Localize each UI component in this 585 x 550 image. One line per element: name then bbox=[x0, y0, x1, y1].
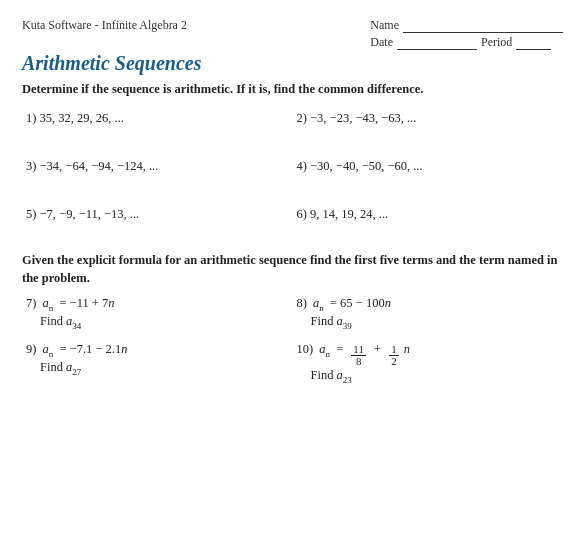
problem-10-n: n bbox=[404, 342, 410, 357]
problem-10-plus: + bbox=[371, 342, 384, 357]
problem-9-num: 9) bbox=[26, 342, 40, 357]
problem-6: 6) 9, 14, 19, 24, ... bbox=[293, 203, 564, 251]
problem-10-num: 10) bbox=[297, 342, 317, 357]
header: Kuta Software - Infinite Algebra 2 Name … bbox=[22, 18, 563, 50]
problem-10-formula: = bbox=[333, 342, 346, 357]
problem-3-text: −34, −64, −94, −124, ... bbox=[40, 159, 159, 173]
date-label: Date bbox=[370, 35, 393, 50]
problem-8: 8) an = 65 − 100n Find a39 bbox=[293, 294, 564, 340]
problem-10-find: Find a23 bbox=[311, 368, 556, 385]
problem-7-find: Find a34 bbox=[40, 314, 285, 331]
problem-1-num: 1) bbox=[26, 111, 40, 125]
problem-5-text: −7, −9, −11, −13, ... bbox=[40, 207, 140, 221]
formula-problems-section: 7) an = −11 + 7n Find a34 8) an = 65 − 1… bbox=[22, 294, 563, 395]
problem-10: 10) an = 11 8 + 1 2 n Find a23 bbox=[293, 340, 564, 395]
problem-6-num: 6) bbox=[297, 207, 311, 221]
problem-9: 9) an = −7.1 − 2.1n Find a27 bbox=[22, 340, 293, 395]
problem-5: 5) −7, −9, −11, −13, ... bbox=[22, 203, 293, 251]
problem-4-num: 4) bbox=[297, 159, 311, 173]
problem-4-text: −30, −40, −50, −60, ... bbox=[310, 159, 423, 173]
date-field[interactable] bbox=[397, 36, 477, 50]
name-label: Name bbox=[370, 18, 399, 33]
instructions-2: Given the explicit formula for an arithm… bbox=[22, 251, 563, 289]
problem-6-text: 9, 14, 19, 24, ... bbox=[310, 207, 388, 221]
problem-3: 3) −34, −64, −94, −124, ... bbox=[22, 155, 293, 203]
problem-4: 4) −30, −40, −50, −60, ... bbox=[293, 155, 564, 203]
problems-section: 1) 35, 32, 29, 26, ... 2) −3, −23, −43, … bbox=[22, 107, 563, 251]
instructions-1: Determine if the sequence is arithmetic.… bbox=[22, 81, 563, 99]
problem-8-num: 8) bbox=[297, 296, 311, 311]
problem-1-text: 35, 32, 29, 26, ... bbox=[40, 111, 124, 125]
problem-8-formula: = 65 − 100n bbox=[327, 296, 391, 311]
problem-7-formula: = −11 + 7n bbox=[56, 296, 114, 311]
problem-10-a: an bbox=[319, 342, 330, 359]
problem-2: 2) −3, −23, −43, −63, ... bbox=[293, 107, 564, 155]
problem-9-a: an bbox=[43, 342, 54, 359]
problem-1: 1) 35, 32, 29, 26, ... bbox=[22, 107, 293, 155]
name-field[interactable] bbox=[403, 19, 563, 33]
problem-10-fraction: 11 8 bbox=[351, 344, 366, 367]
problem-8-find: Find a39 bbox=[311, 314, 556, 331]
period-field[interactable] bbox=[516, 36, 551, 50]
page-title: Arithmetic Sequences bbox=[22, 52, 563, 75]
problem-2-num: 2) bbox=[297, 111, 311, 125]
problem-9-find: Find a27 bbox=[40, 360, 285, 377]
software-label: Kuta Software - Infinite Algebra 2 bbox=[22, 18, 187, 33]
problem-10-fraction2: 1 2 bbox=[389, 344, 399, 367]
page: Kuta Software - Infinite Algebra 2 Name … bbox=[0, 0, 585, 550]
problem-7-num: 7) bbox=[26, 296, 40, 311]
problem-5-num: 5) bbox=[26, 207, 40, 221]
problem-3-num: 3) bbox=[26, 159, 40, 173]
problem-2-text: −3, −23, −43, −63, ... bbox=[310, 111, 416, 125]
problem-8-a: an bbox=[313, 296, 324, 313]
problem-7: 7) an = −11 + 7n Find a34 bbox=[22, 294, 293, 340]
name-section: Name Date Period bbox=[370, 18, 563, 50]
period-label: Period bbox=[481, 35, 512, 50]
problem-9-formula: = −7.1 − 2.1n bbox=[56, 342, 127, 357]
problem-7-a: an bbox=[43, 296, 54, 313]
